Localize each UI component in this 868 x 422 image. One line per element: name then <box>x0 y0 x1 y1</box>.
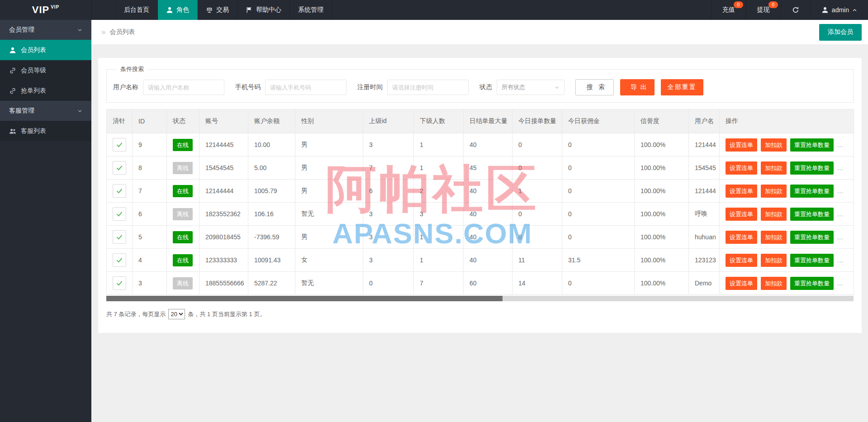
page-size-select[interactable]: 20 <box>168 309 185 319</box>
more-actions-button[interactable]: ... <box>837 257 844 264</box>
scrollbar-thumb[interactable] <box>106 296 503 301</box>
cell-checkbox <box>107 249 133 272</box>
column-header-11: 信誉度 <box>635 109 689 133</box>
action-button-0[interactable]: 设置连单 <box>726 161 757 175</box>
cell-id: 4 <box>133 249 167 272</box>
topbar-right-item-0[interactable]: 充值0 <box>711 0 746 20</box>
action-button-0[interactable]: 设置连单 <box>726 208 757 221</box>
cell-balance: 1005.79 <box>248 180 295 203</box>
cell-status: 在线 <box>167 180 199 203</box>
action-button-2[interactable]: 重置抢单数量 <box>790 231 834 244</box>
cell-credit: 100.00% <box>635 203 689 226</box>
action-button-1[interactable]: 加扣款 <box>761 185 787 198</box>
more-actions-button[interactable]: ... <box>837 142 844 148</box>
top-nav-item-2[interactable]: 交易 <box>198 0 237 20</box>
sidebar-item-0-0[interactable]: 会员列表 <box>0 40 91 60</box>
action-button-2[interactable]: 重置抢单数量 <box>790 185 834 198</box>
sidebar-toggle-button[interactable] <box>92 0 116 20</box>
sidebar-section-1[interactable]: 客服管理 <box>0 101 91 121</box>
action-button-0[interactable]: 设置连单 <box>726 185 757 198</box>
action-button-1[interactable]: 加扣款 <box>761 277 787 290</box>
action-button-0[interactable]: 设置连单 <box>726 231 757 244</box>
horizontal-scrollbar[interactable] <box>106 296 854 301</box>
action-button-0[interactable]: 设置连单 <box>726 254 757 267</box>
cell-parent_id: 3 <box>363 203 414 226</box>
column-header-1: ID <box>133 109 167 133</box>
filter-input-0[interactable] <box>143 80 224 95</box>
filter-input-2[interactable] <box>387 80 469 95</box>
sidebar-item-0-2[interactable]: 抢单列表 <box>0 81 91 101</box>
action-button-1[interactable]: 加扣款 <box>761 254 787 267</box>
sidebar-item-0-1[interactable]: 会员等级 <box>0 60 91 81</box>
export-button-label: 导 出 <box>631 83 648 91</box>
more-actions-button[interactable]: ... <box>837 211 844 218</box>
cell-sub_count: 1 <box>414 226 464 249</box>
cell-gender: 女 <box>295 249 363 272</box>
row-checkbox[interactable] <box>113 253 126 267</box>
add-member-button[interactable]: 添加会员 <box>819 24 862 41</box>
filter-input-1[interactable] <box>265 80 346 95</box>
action-button-2[interactable]: 重置抢单数量 <box>790 277 834 290</box>
topbar-right-item-1[interactable]: 提现0 <box>746 0 781 20</box>
reset-all-button-label: 全部重置 <box>668 83 697 91</box>
cell-account: 15454545 <box>199 156 248 180</box>
cell-sub_count: 2 <box>414 180 464 203</box>
status-select[interactable]: 所有状态 <box>497 80 564 95</box>
table-header-row: 清针ID状态账号账户余额性别上级id下级人数日结单最大量今日接单数量今日获佣金信… <box>107 109 854 133</box>
breadcrumb-chevron-icon: » <box>101 28 105 37</box>
table-row: 5在线2098018455-7396.59男314080100.00%huhua… <box>107 226 854 249</box>
action-button-1[interactable]: 加扣款 <box>761 138 787 152</box>
top-nav-item-3[interactable]: 帮助中心 <box>237 0 290 20</box>
export-button[interactable]: 导 出 <box>620 79 655 95</box>
status-badge: 在线 <box>173 254 193 266</box>
cell-today_commission: 0 <box>562 203 635 226</box>
action-button-2[interactable]: 重置抢单数量 <box>790 208 834 221</box>
cell-today_commission: 31.5 <box>562 249 635 272</box>
search-button[interactable]: 搜 索 <box>575 79 614 95</box>
cell-credit: 100.00% <box>635 226 689 249</box>
more-actions-button[interactable]: ... <box>837 188 844 194</box>
column-header-6: 上级id <box>363 109 414 133</box>
row-checkbox[interactable] <box>113 184 126 198</box>
status-badge: 离线 <box>173 277 193 289</box>
reset-all-button[interactable]: 全部重置 <box>661 79 703 95</box>
cell-checkbox <box>107 226 133 249</box>
sidebar-item-1-0[interactable]: 客服列表 <box>0 121 91 141</box>
column-header-13: 操作 <box>720 109 854 133</box>
cell-username: 呼唤 <box>689 203 720 226</box>
action-button-0[interactable]: 设置连单 <box>726 138 757 152</box>
more-actions-button[interactable]: ... <box>837 234 844 241</box>
pagination-text-after: 条，共 1 页当前显示第 1 页。 <box>188 310 266 318</box>
action-button-2[interactable]: 重置抢单数量 <box>790 161 834 175</box>
action-button-1[interactable]: 加扣款 <box>761 231 787 244</box>
cell-account: 2098018455 <box>199 226 248 249</box>
top-nav-item-0[interactable]: 后台首页 <box>116 0 158 20</box>
cell-today_orders: 14 <box>512 272 562 295</box>
row-checkbox[interactable] <box>113 230 126 244</box>
action-button-2[interactable]: 重置抢单数量 <box>790 254 834 267</box>
top-nav-item-1[interactable]: 角色 <box>158 0 198 20</box>
column-header-9: 今日接单数量 <box>512 109 562 133</box>
action-button-1[interactable]: 加扣款 <box>761 161 787 175</box>
row-checkbox[interactable] <box>113 276 126 290</box>
cell-account: 1823552362 <box>199 203 248 226</box>
more-actions-button[interactable]: ... <box>837 165 844 171</box>
topbar-right-item-2[interactable] <box>781 0 810 20</box>
topbar-right-item-3[interactable]: admin <box>810 0 868 20</box>
row-checkbox[interactable] <box>113 207 126 221</box>
row-checkbox[interactable] <box>113 161 126 175</box>
cell-today_commission: 0 <box>562 272 635 295</box>
row-checkbox[interactable] <box>113 138 126 152</box>
cell-today_commission: 0 <box>562 133 635 156</box>
sidebar-section-0[interactable]: 会员管理 <box>0 20 91 40</box>
link-icon <box>9 87 16 95</box>
action-button-0[interactable]: 设置连单 <box>726 277 757 290</box>
cell-balance: -7396.59 <box>248 226 295 249</box>
top-nav-item-4[interactable]: 系统管理 <box>290 0 332 20</box>
cell-id: 3 <box>133 272 167 295</box>
action-button-1[interactable]: 加扣款 <box>761 208 787 221</box>
cell-username: 121444 <box>689 180 720 203</box>
more-actions-button[interactable]: ... <box>837 280 844 287</box>
action-button-2[interactable]: 重置抢单数量 <box>790 138 834 152</box>
cell-parent_id: 3 <box>363 133 414 156</box>
